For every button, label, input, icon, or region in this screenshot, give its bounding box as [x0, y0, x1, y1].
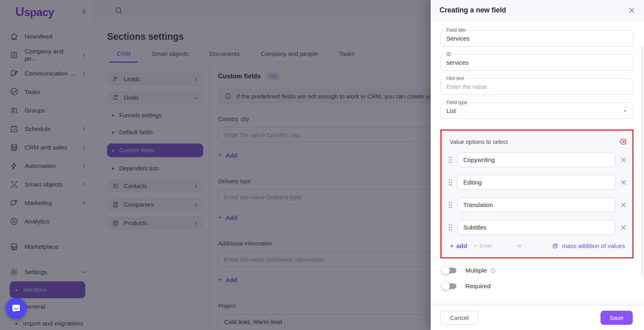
id-input[interactable] — [446, 59, 627, 66]
multiple-toggle[interactable] — [443, 268, 456, 273]
toggle-label: Multiple — [465, 267, 487, 274]
close-icon[interactable] — [628, 7, 635, 14]
option-value-input[interactable] — [457, 152, 615, 167]
enter-key-hint: Enter — [473, 243, 492, 249]
drawer-scrollbar[interactable] — [642, 45, 643, 277]
remove-option-icon[interactable] — [620, 202, 627, 208]
option-value-input[interactable] — [457, 197, 615, 212]
option-row — [448, 197, 627, 212]
option-row — [448, 175, 627, 190]
hint-text-field: Hint text — [440, 78, 634, 95]
drawer-body: Field title ID Hint text Field type List… — [431, 21, 644, 305]
field-type-value: List — [446, 107, 456, 114]
remove-option-icon[interactable] — [620, 157, 627, 163]
clear-all-backspace-icon[interactable] — [618, 137, 627, 146]
cancel-button[interactable]: Cancel — [440, 311, 479, 325]
field-type-select[interactable]: Field type List — [440, 102, 634, 119]
hint-text-label: Hint text — [444, 76, 466, 81]
toggle-label: Required — [465, 283, 491, 290]
or-text: or — [517, 243, 522, 249]
field-title-input[interactable] — [446, 35, 627, 42]
remove-option-icon[interactable] — [620, 179, 627, 186]
option-value-input[interactable] — [457, 220, 615, 235]
option-row — [448, 220, 627, 235]
mass-addition-button[interactable]: mass addition of values — [552, 242, 625, 249]
drag-handle-icon[interactable] — [448, 224, 452, 231]
field-title-field: Field title — [440, 30, 634, 47]
dropdown-caret-icon — [623, 109, 627, 113]
return-key-icon — [473, 243, 478, 248]
value-options-section: Value options to select — [440, 129, 634, 258]
creating-new-field-drawer: Creating a new field Field title ID Hint… — [431, 0, 644, 330]
remove-option-icon[interactable] — [620, 224, 627, 231]
multiple-toggle-row: Multiple — [440, 267, 634, 274]
plus-icon: + — [450, 242, 454, 249]
drag-handle-icon[interactable] — [448, 179, 452, 186]
value-options-label: Value options to select — [450, 139, 508, 145]
option-row — [448, 152, 627, 167]
modal-backdrop[interactable] — [0, 0, 431, 330]
drag-handle-icon[interactable] — [448, 157, 452, 163]
required-toggle-row: Required — [440, 283, 634, 290]
hint-text-input[interactable] — [446, 83, 627, 90]
id-label: ID — [444, 51, 453, 57]
required-toggle[interactable] — [443, 283, 456, 289]
drag-handle-icon[interactable] — [448, 202, 452, 208]
option-value-input[interactable] — [457, 175, 615, 190]
add-option-button[interactable]: +add — [450, 242, 467, 249]
drawer-title: Creating a new field — [440, 6, 506, 14]
chat-launcher-button[interactable] — [6, 298, 27, 319]
id-field: ID — [440, 54, 634, 71]
drawer-header: Creating a new field — [431, 0, 644, 21]
chat-bubble-icon — [11, 303, 21, 314]
field-title-label: Field title — [444, 27, 468, 33]
info-icon — [490, 268, 496, 274]
save-button[interactable]: Save — [601, 311, 633, 325]
field-type-label: Field type — [444, 100, 469, 105]
drawer-footer: Cancel Save — [431, 305, 644, 330]
mass-addition-icon — [552, 242, 559, 249]
